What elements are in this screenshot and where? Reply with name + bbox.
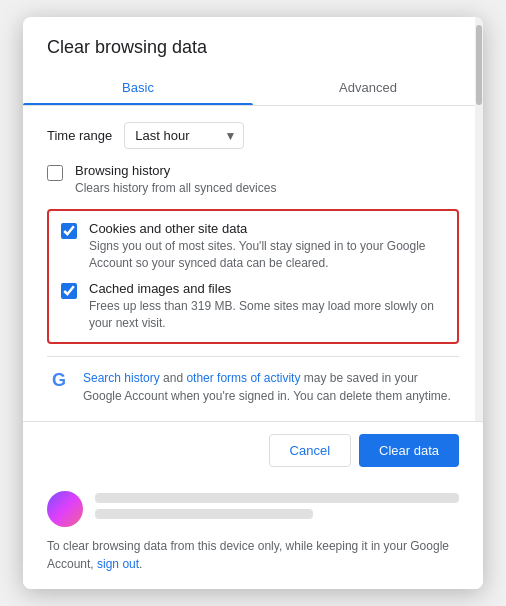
blurred-line-1 (95, 493, 459, 503)
scrollbar-thumb[interactable] (476, 25, 482, 105)
cookies-text: Cookies and other site data Signs you ou… (89, 221, 445, 272)
clear-data-button[interactable]: Clear data (359, 434, 459, 467)
google-info-text: Search history and other forms of activi… (83, 369, 459, 405)
blurred-line-2 (95, 509, 313, 519)
cookies-checkbox[interactable] (61, 223, 77, 239)
search-history-link[interactable]: Search history (83, 371, 160, 385)
cached-images-item: Cached images and files Frees up less th… (61, 281, 445, 332)
cancel-button[interactable]: Cancel (269, 434, 351, 467)
time-range-select-wrapper: Last hour Last 24 hours Last 7 days Last… (124, 122, 244, 149)
dialog-footer: Cancel Clear data (23, 421, 483, 479)
cookies-item: Cookies and other site data Signs you ou… (61, 221, 445, 272)
time-range-row: Time range Last hour Last 24 hours Last … (47, 122, 459, 149)
dialog-body: Time range Last hour Last 24 hours Last … (23, 106, 483, 421)
scrollbar[interactable] (475, 17, 483, 421)
time-range-select[interactable]: Last hour Last 24 hours Last 7 days Last… (124, 122, 244, 149)
cached-images-desc: Frees up less than 319 MB. Some sites ma… (89, 298, 445, 332)
browsing-history-desc: Clears history from all synced devices (75, 180, 276, 197)
cached-images-text: Cached images and files Frees up less th… (89, 281, 445, 332)
google-g-icon: G (47, 369, 71, 393)
bottom-section: To clear browsing data from this device … (23, 479, 483, 589)
other-activity-link[interactable]: other forms of activity (186, 371, 300, 385)
cached-images-label: Cached images and files (89, 281, 445, 296)
dialog-title: Clear browsing data (23, 17, 483, 58)
tab-basic[interactable]: Basic (23, 70, 253, 105)
cookies-desc: Signs you out of most sites. You'll stay… (89, 238, 445, 272)
highlighted-section: Cookies and other site data Signs you ou… (47, 209, 459, 344)
browsing-history-label: Browsing history (75, 163, 276, 178)
cached-images-checkbox[interactable] (61, 283, 77, 299)
browsing-history-item: Browsing history Clears history from all… (47, 163, 459, 197)
google-info-row: G Search history and other forms of acti… (47, 356, 459, 405)
browsing-history-text: Browsing history Clears history from all… (75, 163, 276, 197)
sign-out-link[interactable]: sign out (97, 557, 139, 571)
blurred-text-block (95, 493, 459, 525)
cookies-label: Cookies and other site data (89, 221, 445, 236)
profile-row (47, 491, 459, 527)
time-range-label: Time range (47, 128, 112, 143)
tab-advanced[interactable]: Advanced (253, 70, 483, 105)
avatar (47, 491, 83, 527)
clear-browsing-data-dialog: Clear browsing data Basic Advanced Time … (23, 17, 483, 589)
tabs-container: Basic Advanced (23, 70, 483, 106)
sign-out-text: To clear browsing data from this device … (47, 537, 459, 573)
browsing-history-checkbox[interactable] (47, 165, 63, 181)
